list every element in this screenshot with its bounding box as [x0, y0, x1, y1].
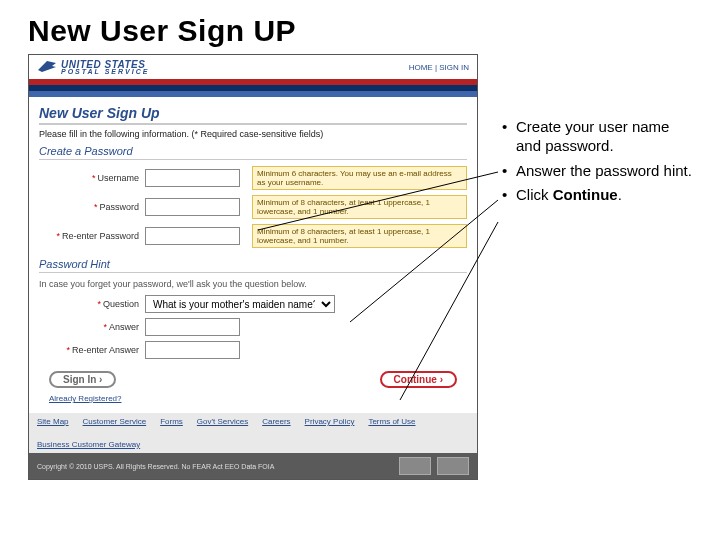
- top-links[interactable]: HOME | SIGN IN: [409, 63, 469, 72]
- answer-input[interactable]: [145, 318, 240, 336]
- already-registered-link[interactable]: Already Registered?: [49, 394, 121, 403]
- password-hint-heading: Password Hint: [39, 258, 467, 273]
- screenshot: UNITED STATES POSTAL SERVICE HOME | SIGN…: [28, 54, 478, 480]
- username-label: *Username: [39, 173, 139, 183]
- reenter-answer-label: *Re-enter Answer: [39, 345, 139, 355]
- hint-note: In case you forget your password, we'll …: [39, 279, 467, 289]
- brand-text: UNITED STATES POSTAL SERVICE: [61, 59, 149, 75]
- password-hint: Minimum of 8 characters, at least 1 uppe…: [252, 195, 467, 219]
- username-input[interactable]: [145, 169, 240, 187]
- reenter-answer-input[interactable]: [145, 341, 240, 359]
- answer-label: *Answer: [39, 322, 139, 332]
- footer-badges: [399, 457, 469, 475]
- password-label: *Password: [39, 202, 139, 212]
- slide-title: New User Sign UP: [28, 14, 692, 48]
- question-select[interactable]: What is your mother's maiden name?: [145, 295, 335, 313]
- username-hint: Minimum 6 characters. You may use an e-m…: [252, 166, 467, 190]
- sign-in-button[interactable]: Sign In ›: [49, 371, 116, 388]
- reenter-password-input[interactable]: [145, 227, 240, 245]
- usps-eagle-icon: [37, 60, 57, 74]
- question-label: *Question: [39, 299, 139, 309]
- instruction-bullets: Create your user name and password.Answe…: [502, 54, 692, 480]
- reenter-password-hint: Minimum of 8 characters, at least 1 uppe…: [252, 224, 467, 248]
- continue-button[interactable]: Continue ›: [380, 371, 457, 388]
- page-title: New User Sign Up: [39, 105, 467, 125]
- password-input[interactable]: [145, 198, 240, 216]
- footer-links[interactable]: Site MapCustomer ServiceFormsGov't Servi…: [29, 413, 477, 453]
- reenter-password-label: *Re-enter Password: [39, 231, 139, 241]
- footer-copyright: Copyright © 2010 USPS. All Rights Reserv…: [37, 463, 274, 470]
- create-password-heading: Create a Password: [39, 145, 467, 160]
- page-instruction: Please fill in the following information…: [39, 129, 467, 139]
